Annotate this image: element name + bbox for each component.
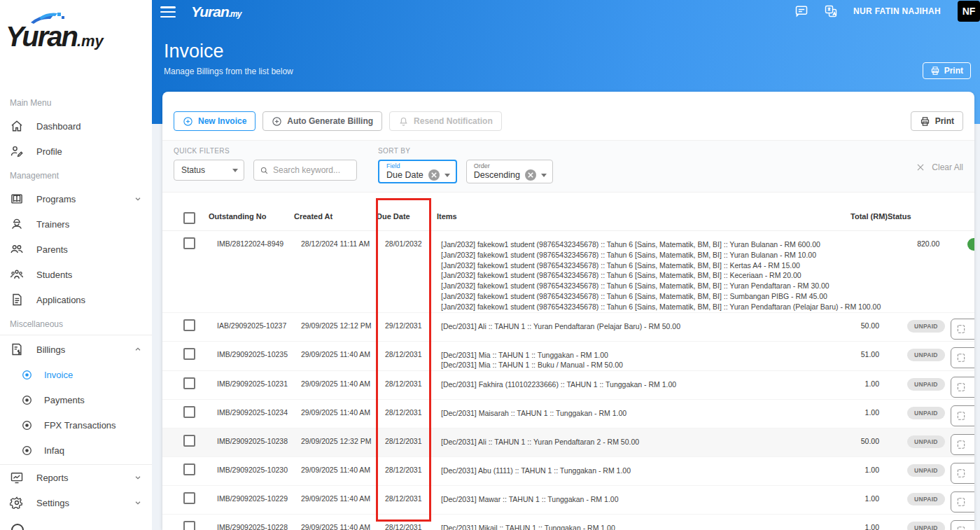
page-subtitle: Manage Billings from the list below: [164, 67, 293, 76]
sidebar-item-trainers[interactable]: Trainers: [0, 211, 152, 237]
table-row[interactable]: IMB/29092025-10234 29/09/2025 11:40 AM 2…: [162, 400, 974, 428]
row-checkbox[interactable]: [183, 237, 195, 249]
sidebar-subitem-fpx-transactions[interactable]: FPX Transactions: [0, 412, 152, 438]
item-line: [Dec/2031] Mawar :: TAHUN 1 :: Tunggakan…: [441, 494, 820, 505]
sidebar-subitem-payments[interactable]: Payments: [0, 387, 152, 412]
cell-due-date: 28/12/2031: [377, 342, 437, 371]
translate-icon[interactable]: [824, 4, 838, 18]
trainer-icon: [10, 217, 24, 231]
cell-created-at: 29/09/2025 11:40 AM: [294, 486, 377, 514]
avatar[interactable]: NF: [958, 1, 980, 22]
table-row[interactable]: IMB/29092025-10229 29/09/2025 11:40 AM 2…: [162, 486, 974, 515]
row-receipt-button[interactable]: [951, 377, 974, 398]
row-checkbox[interactable]: [183, 521, 195, 530]
cell-total: 1.00: [820, 486, 888, 514]
new-invoice-button[interactable]: New Invoice: [174, 111, 255, 131]
table-row[interactable]: IMB/29092025-10228 29/09/2025 11:40 AM 2…: [162, 515, 974, 530]
row-checkbox[interactable]: [183, 348, 195, 360]
billings-expanded-block: Billings Invoice Payments FPX Transactio…: [0, 335, 152, 465]
cell-outstanding-no: IMB/29092025-10231: [209, 371, 294, 399]
cell-items: [Dec/2031] Mawar :: TAHUN 1 :: Tunggakan…: [437, 486, 820, 514]
row-checkbox[interactable]: [183, 377, 195, 389]
sort-order-chip[interactable]: Order Descending: [466, 160, 553, 183]
header-print-button[interactable]: Print: [923, 62, 971, 79]
sidebar-item-settings[interactable]: Settings: [0, 490, 152, 515]
chevron-down-icon: [232, 169, 238, 172]
quick-filters-label: QUICK FILTERS: [174, 147, 357, 155]
sidebar-item-reports[interactable]: Reports: [0, 465, 152, 490]
close-icon: [916, 162, 925, 172]
row-receipt-button[interactable]: [951, 520, 974, 530]
row-receipt-button[interactable]: [951, 405, 974, 426]
table-row[interactable]: IMB/29092025-10231 29/09/2025 11:40 AM 2…: [162, 371, 974, 400]
select-all-checkbox[interactable]: [183, 212, 195, 224]
cell-outstanding-no: IMB/29092025-10235: [209, 342, 294, 371]
status-badge: UNPAID: [888, 342, 951, 371]
sidebar-item-programs[interactable]: Programs: [0, 186, 152, 211]
item-line: [Dec/2031] Mia :: TAHUN 1 :: Buku / Manu…: [441, 360, 820, 370]
receipt-icon: [956, 526, 966, 530]
row-checkbox[interactable]: [183, 435, 195, 447]
item-line: [Dec/2031] Mikail :: TAHUN 1 :: Tunggaka…: [441, 523, 820, 530]
table-row[interactable]: IMB/29092025-10238 29/09/2025 12:32 PM 2…: [162, 428, 974, 457]
row-checkbox[interactable]: [183, 406, 195, 418]
row-receipt-button[interactable]: [951, 319, 974, 340]
topbar-logo: Yuran.my: [191, 4, 241, 20]
resend-notification-button[interactable]: Resend Notification: [389, 111, 502, 131]
search-input[interactable]: [273, 165, 351, 175]
table-row[interactable]: IMB/28122024-8949 28/12/2024 11:11 AM 28…: [162, 231, 974, 313]
item-line: [Dec/2031] Ali :: TAHUN 1 :: Yuran Penda…: [441, 321, 820, 332]
chevron-up-icon: [134, 345, 142, 354]
report-icon: [10, 470, 24, 484]
item-line: [Jan/2032] fakekow1 student (98765432345…: [441, 291, 881, 302]
table-row[interactable]: IMB/29092025-10230 29/09/2025 11:40 AM 2…: [162, 457, 974, 486]
clear-field-icon[interactable]: [428, 169, 440, 181]
row-checkbox[interactable]: [183, 463, 195, 475]
row-receipt-button[interactable]: [951, 491, 974, 512]
cell-outstanding-no: IMB/29092025-10230: [209, 457, 294, 485]
sidebar-item-dashboard[interactable]: Dashboard: [0, 113, 152, 139]
column-header-due-date: Due Date: [377, 207, 437, 230]
table-row[interactable]: IAB/29092025-10237 29/09/2025 12:12 PM 2…: [162, 313, 974, 342]
bell-icon: [398, 116, 409, 127]
status-filter-select[interactable]: Status: [174, 160, 244, 181]
menu-toggle-icon[interactable]: [160, 6, 176, 18]
sidebar-item-students[interactable]: Students: [0, 262, 152, 287]
search-box: [253, 160, 357, 181]
cell-items: [Jan/2032] fakekow1 student (98765432345…: [437, 231, 881, 312]
status-badge: UNPAID: [888, 371, 951, 399]
clear-all-button[interactable]: Clear All: [916, 162, 963, 172]
sidebar-section-label: Management: [0, 164, 152, 186]
row-receipt-button[interactable]: [951, 347, 974, 368]
clear-order-icon[interactable]: [525, 169, 536, 181]
user-name[interactable]: NUR FATIN NAJIHAH: [853, 6, 941, 16]
row-checkbox[interactable]: [183, 492, 195, 504]
sidebar-subitem-invoice[interactable]: Invoice: [0, 362, 152, 387]
table-row[interactable]: IMB/29092025-10235 29/09/2025 11:40 AM 2…: [162, 342, 974, 372]
auto-generate-billing-button[interactable]: Auto Generate Billing: [262, 111, 382, 131]
cell-total: 50.00: [820, 313, 888, 341]
sidebar-item-applications[interactable]: Applications: [0, 287, 152, 312]
chevron-down-icon: [444, 174, 450, 177]
sidebar-item-profile[interactable]: Profile: [0, 139, 152, 164]
item-line: [Dec/2031] Ali :: TAHUN 1 :: Yuran Penda…: [441, 437, 820, 447]
chevron-down-icon: [134, 498, 142, 507]
cell-items: [Dec/2031] Ali :: TAHUN 1 :: Yuran Penda…: [437, 428, 820, 456]
book-icon: [10, 192, 24, 206]
plus-circle-icon: [272, 116, 282, 127]
sidebar-subitem-infaq[interactable]: Infaq: [0, 438, 152, 463]
card-print-button[interactable]: Print: [911, 111, 963, 131]
sidebar-item-billings[interactable]: Billings: [0, 337, 152, 362]
feedback-icon[interactable]: [794, 4, 808, 18]
cell-due-date: 28/12/2031: [377, 486, 437, 514]
row-receipt-button[interactable]: [951, 463, 974, 484]
logout-icon[interactable]: [11, 524, 24, 530]
printer-icon: [920, 116, 930, 127]
cell-total: 51.00: [820, 342, 888, 371]
item-line: [Jan/2032] fakekow1 student (98765432345…: [441, 239, 881, 250]
sort-field-chip[interactable]: Field Due Date: [378, 160, 457, 183]
row-checkbox[interactable]: [183, 319, 195, 331]
sidebar-item-parents[interactable]: Parents: [0, 237, 152, 262]
cell-due-date: 28/12/2031: [377, 428, 437, 456]
row-receipt-button[interactable]: [951, 434, 974, 455]
